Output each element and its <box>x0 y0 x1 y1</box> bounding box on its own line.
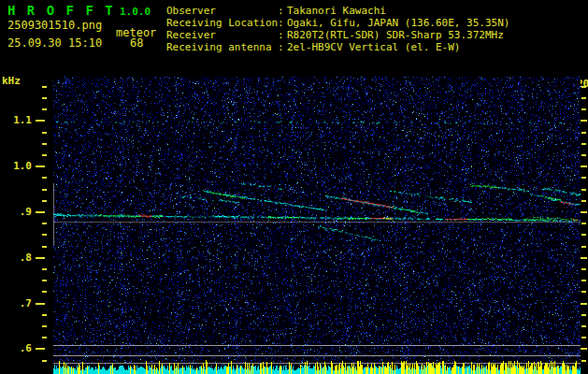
y-axis-minor-tick-right <box>581 325 586 327</box>
y-axis-minor-tick-left <box>42 360 47 362</box>
y-axis-minor-tick-right <box>581 314 586 316</box>
hrofft-screen: H R O F F T 1.0.0 2509301510.png meteor … <box>0 0 588 374</box>
info-separator: : <box>278 5 287 17</box>
info-value: Takanori Kawachi <box>287 5 386 17</box>
y-axis-major-tick-left <box>36 211 45 213</box>
y-axis-minor-tick-right <box>581 108 586 110</box>
y-axis-minor-tick-left <box>42 223 47 224</box>
y-axis-major-tick-right <box>580 303 587 305</box>
y-axis-minor-tick-left <box>42 314 47 316</box>
y-axis-major-tick-right <box>580 165 587 167</box>
y-axis-major-tick-left <box>36 257 45 259</box>
y-axis-major-tick-left <box>36 120 45 122</box>
y-axis-label: .7 <box>0 297 32 309</box>
info-label: Observer <box>166 5 278 17</box>
y-axis-major-tick-left <box>36 165 45 167</box>
y-axis-minor-tick-left <box>42 291 47 293</box>
y-axis-minor-tick-right <box>581 177 586 179</box>
y-axis-minor-tick-left <box>42 234 47 236</box>
y-axis-label: .9 <box>0 206 32 218</box>
info-separator: : <box>278 29 287 41</box>
y-axis-major-tick-right <box>580 120 587 122</box>
y-axis-minor-tick-right <box>581 246 586 248</box>
y-axis-major-tick-right <box>580 211 587 213</box>
y-axis-minor-tick-right <box>581 360 586 362</box>
y-axis-major-tick-left <box>36 348 45 350</box>
y-axis-minor-tick-left <box>42 177 47 179</box>
info-row: Observer:Takanori Kawachi <box>166 5 509 17</box>
y-axis-minor-tick-right <box>581 291 586 293</box>
y-axis-minor-tick-left <box>42 268 47 270</box>
y-axis-label: 1.0 <box>0 160 32 172</box>
y-axis-label: .6 <box>0 342 32 354</box>
info-label: Receiving antenna <box>166 41 278 53</box>
y-axis-label: .8 <box>0 252 32 264</box>
y-axis-minor-tick-left <box>42 325 47 327</box>
station-info-block: Observer:Takanori KawachiReceiving Locat… <box>166 5 509 53</box>
y-axis-minor-tick-right <box>581 268 586 270</box>
y-axis-minor-tick-left <box>42 246 47 248</box>
y-axis-minor-tick-right <box>581 154 586 156</box>
y-axis-unit-label: kHz <box>2 75 21 87</box>
y-axis-minor-tick-right <box>581 132 586 134</box>
app-version: 1.0.0 <box>120 6 151 18</box>
y-axis-minor-tick-left <box>42 108 47 110</box>
info-value: Ogaki, Gifu, JAPAN (136.60E, 35.35N) <box>287 17 509 29</box>
y-axis-minor-tick-right <box>581 200 586 202</box>
info-value: R820T2(RTL-SDR) SDR-Sharp 53.372MHz <box>287 29 504 41</box>
y-axis-minor-tick-right <box>581 97 586 99</box>
info-separator: : <box>278 41 287 53</box>
info-separator: : <box>278 17 287 29</box>
y-axis-minor-tick-left <box>42 97 47 99</box>
y-axis-minor-tick-right <box>581 337 586 338</box>
info-row: Receiving antenna:2el-HB9CV Vertical (el… <box>166 41 509 53</box>
y-axis-minor-tick-right <box>581 223 586 224</box>
spectrogram-canvas <box>53 77 581 374</box>
y-axis-label: 1.1 <box>0 114 32 126</box>
y-axis-major-tick-left <box>36 303 45 305</box>
y-axis-major-tick-right <box>580 257 587 259</box>
info-row: Receiving Location:Ogaki, Gifu, JAPAN (1… <box>166 17 509 29</box>
info-label: Receiving Location <box>166 17 278 29</box>
y-axis-major-tick-right <box>580 348 587 350</box>
y-axis-minor-tick-left <box>42 280 47 281</box>
y-axis-minor-tick-left <box>42 132 47 134</box>
y-axis-minor-tick-left <box>42 337 47 338</box>
info-label: Receiver <box>166 29 278 41</box>
y-axis-minor-tick-left <box>42 189 47 191</box>
app-title: H R O F F T <box>7 3 115 18</box>
observation-timestamp: 25.09.30 15:10 <box>7 36 102 50</box>
y-axis-minor-tick-left <box>42 200 47 202</box>
y-axis-minor-tick-left <box>42 154 47 156</box>
output-filename: 2509301510.png <box>7 19 102 32</box>
meteor-count: 68 <box>130 36 143 50</box>
y-axis-minor-tick-right <box>581 143 586 145</box>
info-value: 2el-HB9CV Vertical (el. E-W) <box>287 41 460 53</box>
y-axis-minor-tick-right <box>581 280 586 281</box>
y-axis-minor-tick-right <box>581 234 586 236</box>
info-row: Receiver:R820T2(RTL-SDR) SDR-Sharp 53.37… <box>166 29 509 41</box>
y-axis-minor-tick-left <box>42 143 47 145</box>
y-axis-minor-tick-right <box>581 189 586 191</box>
